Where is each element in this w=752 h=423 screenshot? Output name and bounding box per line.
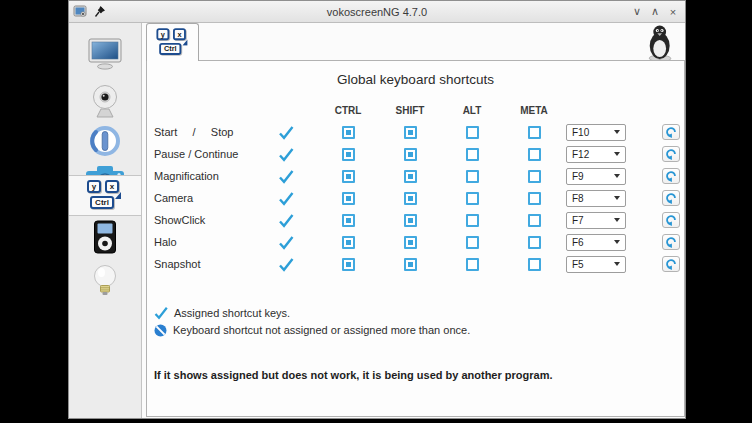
reset-button[interactable] [662, 190, 680, 206]
reset-button[interactable] [662, 234, 680, 250]
pin-icon[interactable] [94, 5, 106, 18]
reset-button[interactable] [662, 168, 680, 184]
shortcut-rows: Start / StopF10Pause / ContinueF12Magnif… [147, 121, 684, 275]
shortcut-label: Pause / Continue [147, 148, 255, 160]
chevron-down-icon [614, 196, 620, 200]
key-select[interactable]: F9 [566, 168, 626, 185]
not-assigned-icon [154, 324, 167, 337]
undo-icon [665, 170, 677, 183]
keycap-x: x [105, 180, 119, 193]
sidebar-item-tips[interactable] [69, 259, 141, 303]
ctrl-checkbox[interactable] [342, 148, 355, 161]
key-select-value: F6 [572, 237, 614, 248]
chevron-down-icon [614, 152, 620, 156]
reset-button[interactable] [662, 256, 680, 272]
sidebar-item-player[interactable] [69, 217, 141, 257]
alt-checkbox[interactable] [466, 148, 479, 161]
shortcut-row: ShowClickF7 [147, 209, 684, 231]
sidebar-item-webcam[interactable] [69, 81, 141, 121]
shortcut-row: MagnificationF9 [147, 165, 684, 187]
keycap-y: y [87, 180, 101, 193]
meta-checkbox[interactable] [528, 148, 541, 161]
ctrl-checkbox[interactable] [342, 126, 355, 139]
check-icon [278, 213, 294, 228]
shortcut-row: Start / StopF10 [147, 121, 684, 143]
alt-checkbox[interactable] [466, 126, 479, 139]
reset-button[interactable] [662, 146, 680, 162]
key-select[interactable]: F8 [566, 190, 626, 207]
meta-checkbox[interactable] [528, 258, 541, 271]
meta-checkbox[interactable] [528, 192, 541, 205]
ctrl-checkbox[interactable] [342, 192, 355, 205]
alt-checkbox[interactable] [466, 236, 479, 249]
sidebar-item-screen[interactable] [69, 26, 141, 82]
chevron-down-icon [614, 174, 620, 178]
sidebar-item-shortcuts[interactable]: y x Ctrl [69, 175, 141, 216]
check-icon [278, 169, 294, 184]
key-select[interactable]: F7 [566, 212, 626, 229]
alt-checkbox[interactable] [466, 192, 479, 205]
keycap-y: y [156, 28, 169, 40]
assigned-status [278, 235, 294, 250]
keycap-x: x [173, 28, 186, 40]
meta-checkbox[interactable] [528, 236, 541, 249]
keycap-ctrl: Ctrl [159, 43, 181, 55]
shift-checkbox[interactable] [404, 148, 417, 161]
assigned-status [278, 213, 294, 228]
sidebar: y x Ctrl [69, 23, 142, 418]
undo-icon [665, 258, 677, 271]
meta-checkbox[interactable] [528, 126, 541, 139]
key-select[interactable]: F6 [566, 234, 626, 251]
shift-checkbox[interactable] [404, 170, 417, 183]
key-select[interactable]: F12 [566, 146, 626, 163]
reset-button[interactable] [662, 212, 680, 228]
key-select-value: F12 [572, 149, 614, 160]
desktop-background: vokoscreenNG 4.7.0 ∨ ∧ × [0, 0, 752, 423]
legend-assigned: Assigned shortcut keys. [154, 304, 470, 322]
check-icon [278, 257, 294, 272]
alt-checkbox[interactable] [466, 214, 479, 227]
shortcut-label: Magnification [147, 170, 255, 182]
alt-checkbox[interactable] [466, 170, 479, 183]
undo-icon [665, 192, 677, 205]
meta-checkbox[interactable] [528, 170, 541, 183]
assigned-status [278, 169, 294, 184]
column-header-alt: ALT [463, 105, 482, 116]
keyboard-shortcut-icon: y x Ctrl [86, 180, 124, 211]
tux-logo [642, 25, 676, 61]
alt-checkbox[interactable] [466, 258, 479, 271]
ctrl-checkbox[interactable] [342, 170, 355, 183]
chevron-down-icon [614, 262, 620, 266]
maximize-button[interactable]: ∧ [647, 4, 663, 20]
app-icon[interactable] [73, 5, 87, 19]
legend-not-assigned: Keyboard shortcut not assigned or assign… [154, 322, 470, 340]
main-area: y x Ctrl Global [142, 23, 685, 418]
meta-checkbox[interactable] [528, 214, 541, 227]
shortcut-label: ShowClick [147, 214, 255, 226]
sidebar-item-pause[interactable] [69, 121, 141, 161]
ctrl-checkbox[interactable] [342, 214, 355, 227]
shift-checkbox[interactable] [404, 192, 417, 205]
tab-shortcuts[interactable]: y x Ctrl [146, 23, 199, 61]
check-icon [278, 235, 294, 250]
key-select[interactable]: F5 [566, 256, 626, 273]
column-header-meta: META [520, 105, 548, 116]
minimize-button[interactable]: ∨ [629, 4, 645, 20]
shift-checkbox[interactable] [404, 214, 417, 227]
key-select-value: F8 [572, 193, 614, 204]
undo-icon [665, 126, 677, 139]
shift-checkbox[interactable] [404, 126, 417, 139]
window-title: vokoscreenNG 4.7.0 [69, 6, 685, 18]
shortcuts-table: CTRL SHIFT ALT META Start / StopF10Pause… [147, 99, 684, 275]
shortcut-row: CameraF8 [147, 187, 684, 209]
assigned-status [278, 125, 294, 140]
reset-button[interactable] [662, 124, 680, 140]
shift-checkbox[interactable] [404, 258, 417, 271]
chevron-down-icon [614, 218, 620, 222]
assigned-status [278, 257, 294, 272]
close-button[interactable]: × [665, 4, 681, 20]
key-select[interactable]: F10 [566, 124, 626, 141]
shift-checkbox[interactable] [404, 236, 417, 249]
ctrl-checkbox[interactable] [342, 258, 355, 271]
ctrl-checkbox[interactable] [342, 236, 355, 249]
